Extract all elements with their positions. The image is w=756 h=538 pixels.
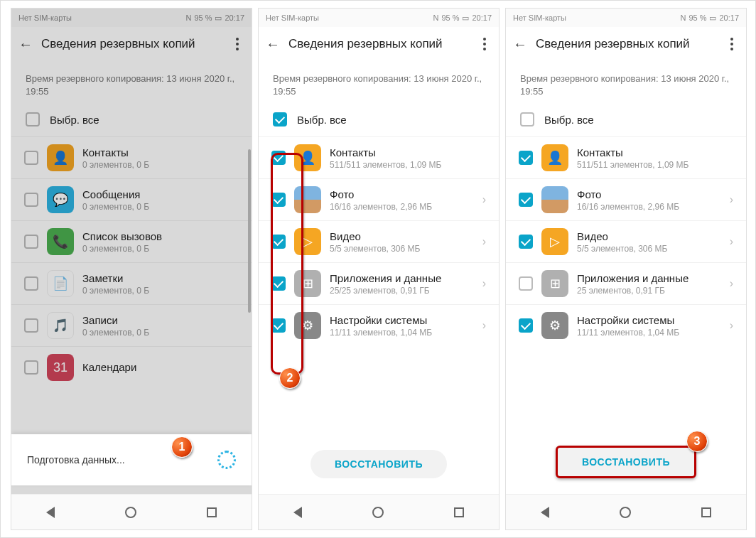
- list-item[interactable]: Фото16/16 элементов, 2,96 МБ ›: [259, 178, 499, 220]
- preparing-sheet: Подготовка данных...: [11, 434, 252, 485]
- list-item[interactable]: 👤 Контакты511/511 элементов, 1,09 МБ: [506, 136, 746, 178]
- backup-time: Время резервного копирования: 13 июня 20…: [11, 61, 252, 105]
- list-item[interactable]: 🎵 Записи0 элементов, 0 Б: [11, 304, 252, 346]
- item-list: 👤 Контакты511/511 элементов, 1,09 МБ Фот…: [506, 136, 746, 346]
- app-bar: ← Сведения резервных копий: [11, 27, 252, 61]
- settings-icon: ⚙: [294, 312, 321, 339]
- notes-icon: 📄: [47, 270, 74, 297]
- recordings-icon: 🎵: [47, 312, 74, 339]
- chevron-right-icon: ›: [730, 319, 733, 332]
- photo-icon: [541, 186, 568, 213]
- item-checkbox[interactable]: [519, 235, 533, 249]
- nav-back-icon[interactable]: [293, 507, 302, 518]
- list-item[interactable]: Фото16/16 элементов, 2,96 МБ ›: [506, 178, 746, 220]
- menu-icon[interactable]: [476, 38, 493, 50]
- nav-recent-icon[interactable]: [207, 507, 217, 517]
- list-item[interactable]: ⊞ Приложения и данные25 элементов, 0,91 …: [506, 262, 746, 304]
- back-icon[interactable]: ←: [512, 36, 529, 53]
- status-bar: Нет SIM-карты N 95 % ▭ 20:17: [259, 9, 499, 27]
- status-sim: Нет SIM-карты: [266, 14, 319, 22]
- restore-button[interactable]: ВОССТАНОВИТЬ: [310, 450, 447, 478]
- item-checkbox[interactable]: [24, 235, 38, 249]
- nav-back-icon[interactable]: [541, 507, 549, 518]
- list-item[interactable]: ⊞ Приложения и данные25/25 элементов, 0,…: [259, 262, 499, 304]
- item-checkbox[interactable]: [519, 276, 533, 291]
- app-bar: ← Сведения резервных копий: [259, 27, 499, 61]
- menu-icon[interactable]: [229, 38, 246, 50]
- item-checkbox[interactable]: [271, 193, 286, 207]
- photo-icon: [294, 186, 321, 213]
- item-checkbox[interactable]: [24, 318, 38, 333]
- phone-screen-2: Нет SIM-карты N 95 % ▭ 20:17 ← Сведения …: [258, 8, 500, 530]
- item-checkbox[interactable]: [271, 276, 286, 291]
- item-checkbox[interactable]: [24, 193, 38, 207]
- apps-icon: ⊞: [541, 270, 568, 297]
- list-item[interactable]: ▷ Видео5/5 элементов, 306 МБ ›: [259, 220, 499, 262]
- list-item[interactable]: ⚙ Настройки системы11/11 элементов, 1,04…: [259, 304, 499, 346]
- item-checkbox[interactable]: [24, 151, 38, 165]
- contacts-icon: 👤: [541, 144, 568, 171]
- nav-bar: [506, 494, 746, 529]
- status-sim: Нет SIM-карты: [18, 14, 72, 22]
- chevron-right-icon: ›: [482, 193, 486, 206]
- item-checkbox[interactable]: [519, 318, 533, 333]
- chevron-right-icon: ›: [730, 235, 733, 248]
- select-all-row[interactable]: Выбр. все: [11, 105, 252, 136]
- battery-text: 95 %: [194, 14, 212, 22]
- item-list: 👤 Контакты0 элементов, 0 Б 💬 Сообщения0 …: [11, 136, 252, 388]
- list-item[interactable]: 31 Календари: [11, 346, 252, 388]
- chevron-right-icon: ›: [482, 277, 486, 290]
- nav-home-icon[interactable]: [620, 507, 631, 518]
- select-all-row[interactable]: Выбр. все: [506, 105, 746, 136]
- contacts-icon: 👤: [47, 144, 74, 171]
- list-item[interactable]: ⚙ Настройки системы11/11 элементов, 1,04…: [506, 304, 746, 346]
- page-title: Сведения резервных копий: [288, 37, 469, 51]
- status-bar: Нет SIM-карты N 95 % ▭ 20:17: [11, 9, 252, 27]
- item-checkbox[interactable]: [519, 151, 533, 165]
- nav-back-icon[interactable]: [46, 507, 55, 518]
- nav-home-icon[interactable]: [372, 507, 384, 518]
- select-all-label: Выбр. все: [297, 114, 347, 126]
- select-all-checkbox[interactable]: [273, 112, 287, 127]
- nav-recent-icon[interactable]: [454, 507, 464, 517]
- item-checkbox[interactable]: [271, 318, 286, 333]
- select-all-row[interactable]: Выбр. все: [259, 105, 499, 136]
- select-all-checkbox[interactable]: [26, 112, 40, 127]
- menu-icon[interactable]: [723, 38, 740, 50]
- app-bar: ← Сведения резервных копий: [506, 27, 746, 61]
- backup-time: Время резервного копирования: 13 июня 20…: [506, 61, 746, 105]
- calls-icon: 📞: [47, 228, 74, 255]
- list-item[interactable]: 👤 Контакты0 элементов, 0 Б: [11, 136, 252, 178]
- annotation-badge-2: 2: [279, 367, 301, 389]
- apps-icon: ⊞: [294, 270, 321, 297]
- item-checkbox[interactable]: [24, 276, 38, 291]
- contacts-icon: 👤: [294, 144, 321, 171]
- list-item[interactable]: 💬 Сообщения0 элементов, 0 Б: [11, 178, 252, 220]
- nav-recent-icon[interactable]: [701, 507, 711, 517]
- scrollbar[interactable]: [248, 149, 251, 313]
- list-item[interactable]: 📞 Список вызовов0 элементов, 0 Б: [11, 220, 252, 262]
- messages-icon: 💬: [47, 186, 74, 213]
- battery-icon: ▭: [462, 14, 469, 23]
- list-item[interactable]: 👤 Контакты511/511 элементов, 1,09 МБ: [259, 136, 499, 178]
- nav-bar: [11, 494, 252, 529]
- select-all-checkbox[interactable]: [520, 112, 534, 127]
- select-all-label: Выбр. все: [50, 114, 99, 126]
- item-checkbox[interactable]: [24, 360, 38, 375]
- item-checkbox[interactable]: [271, 151, 286, 165]
- list-item[interactable]: ▷ Видео5/5 элементов, 306 МБ ›: [506, 220, 746, 262]
- nav-bar: [259, 494, 499, 529]
- battery-icon: ▭: [709, 14, 716, 23]
- back-icon[interactable]: ←: [264, 36, 281, 53]
- phone-screen-3: Нет SIM-карты N 95 % ▭ 20:17 ← Сведения …: [505, 8, 747, 530]
- nav-home-icon[interactable]: [125, 507, 136, 518]
- restore-button[interactable]: ВОССТАНОВИТЬ: [556, 446, 696, 478]
- chevron-right-icon: ›: [482, 319, 486, 332]
- spinner-icon: [217, 451, 236, 469]
- back-icon[interactable]: ←: [17, 36, 34, 53]
- list-item[interactable]: 📄 Заметки0 элементов, 0 Б: [11, 262, 252, 304]
- item-checkbox[interactable]: [519, 193, 533, 207]
- clock: 20:17: [472, 14, 492, 22]
- nfc-icon: N: [680, 14, 686, 22]
- item-checkbox[interactable]: [271, 235, 286, 249]
